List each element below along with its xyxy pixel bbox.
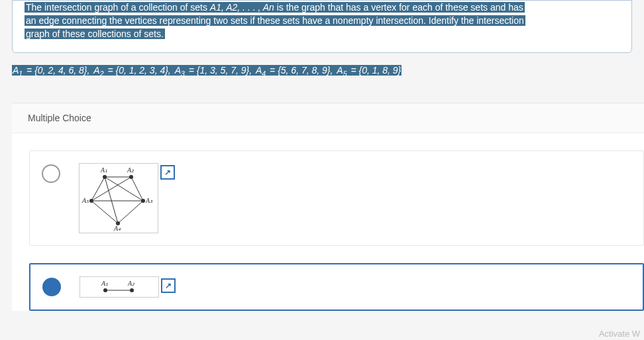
prompt-line2: an edge connecting the vertices represen… [25, 15, 525, 26]
watermark: Activate W [599, 329, 640, 339]
svg-line-8 [91, 201, 118, 223]
vertex-label-a1: A₁ [101, 166, 107, 174]
vertex-label-a5: A₅ [82, 197, 89, 204]
radio-unselected[interactable] [42, 164, 60, 183]
expand-icon[interactable]: ↗ [160, 165, 175, 180]
a2-lhs: A2 [93, 65, 104, 76]
graph-thumbnail-1: A₁ A₂ A₃ A₄ A₅ ↗ [79, 163, 158, 233]
svg-line-3 [91, 177, 105, 201]
a2-rhs: = {0, 1, 2, 3, 4}, [105, 65, 174, 76]
a1-rhs: = {0, 2, 4, 6, 8}, [23, 65, 93, 76]
vertex-label-a4: A₄ [114, 225, 121, 232]
a3-rhs: = {1, 3, 5, 7, 9}, [186, 65, 255, 76]
prompt-line3: graph of these collections of sets. [25, 28, 165, 39]
vertex-label-a3: A₃ [146, 197, 152, 204]
vertex-label-a2: A₂ [127, 166, 134, 174]
a5-lhs: A5 [336, 65, 347, 76]
graph-thumbnail-2: A₁ A₂ ↗ [80, 276, 159, 298]
svg-point-9 [103, 175, 107, 179]
a5-rhs: = {0, 1, 8, 9} [348, 65, 402, 76]
prompt-post: is the graph that has a vertex for each … [274, 2, 523, 13]
sets-definition-line: A1 = {0, 2, 4, 6, 8}, A2 = {0, 1, 2, 3, … [12, 65, 632, 78]
multiple-choice-panel: Multiple Choice [12, 103, 644, 311]
choice-1[interactable]: A₁ A₂ A₃ A₄ A₅ ↗ [29, 150, 644, 246]
a4-rhs: = {5, 6, 7, 8, 9}, [266, 65, 336, 76]
expand-icon[interactable]: ↗ [161, 278, 176, 293]
svg-point-16 [130, 288, 134, 292]
a3-lhs: A3 [174, 65, 186, 76]
vertex-label-a2-b: A₂ [128, 280, 134, 287]
a1-lhs: A1 [12, 65, 23, 76]
choice-2[interactable]: A₁ A₂ ↗ [29, 263, 644, 311]
graph-svg-2 [80, 277, 158, 297]
mc-header: Multiple Choice [12, 103, 644, 133]
svg-point-11 [141, 199, 145, 203]
vertex-label-a1-b: A₁ [101, 280, 108, 287]
svg-point-15 [103, 288, 107, 292]
prompt-pre: The intersection graph of a collection o… [26, 2, 210, 13]
svg-point-13 [89, 199, 93, 203]
a4-lhs: A4 [255, 65, 266, 76]
question-prompt-box: The intersection graph of a collection o… [12, 0, 632, 53]
svg-line-6 [118, 201, 143, 223]
prompt-symbols: A1, A2, . . . , An [210, 2, 274, 13]
svg-point-10 [129, 175, 133, 179]
radio-selected[interactable] [42, 278, 61, 296]
svg-line-5 [91, 177, 131, 201]
prompt-text: The intersection graph of a collection o… [25, 2, 525, 13]
